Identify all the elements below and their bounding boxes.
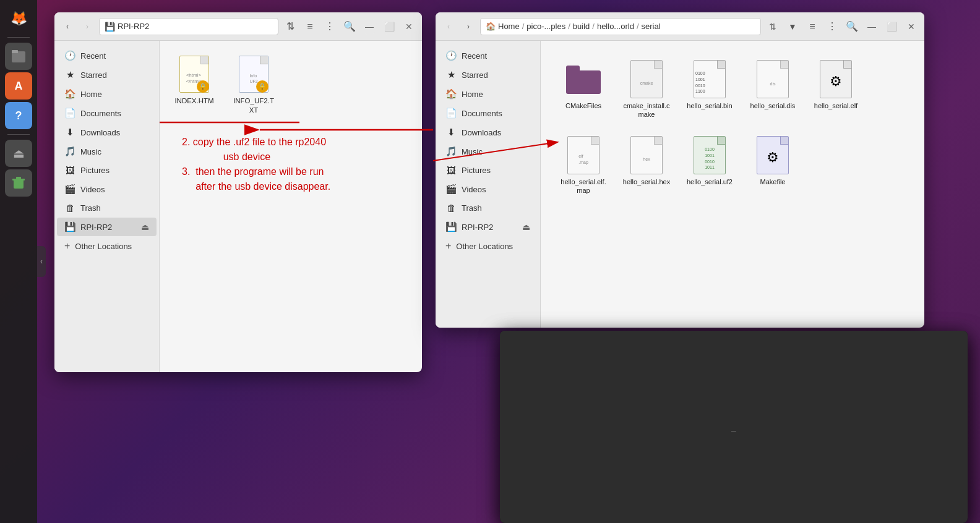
file-name-serial-bin: hello_serial.bin <box>687 101 732 110</box>
file-cmake-install[interactable]: cmake cmake_install.cmake <box>619 56 674 124</box>
fm2-menu-button[interactable]: ⋮ <box>824 19 840 35</box>
files-icon[interactable] <box>5 43 32 70</box>
fm2-pictures-icon: 🖼 <box>445 165 457 176</box>
file-serial-bin[interactable]: 0100100100101100 hello_serial.bin <box>682 56 737 124</box>
fm1-menu-button[interactable]: ⋮ <box>322 19 338 35</box>
fm2-sidebar-label-recent: Recent <box>462 51 487 61</box>
fm2-documents-icon: 📄 <box>445 108 457 119</box>
sidebar-item-other[interactable]: + Other Locations <box>57 237 157 255</box>
sidebar-label-downloads: Downloads <box>80 128 120 137</box>
sidebar-label-trash: Trash <box>80 203 101 213</box>
fm2-sidebar-music[interactable]: 🎵 Music <box>438 142 538 161</box>
bc-pico: pico-...ples <box>527 22 565 31</box>
appstore-icon[interactable]: A <box>5 72 32 100</box>
fm1-close-button[interactable]: ✕ <box>401 19 417 35</box>
fm1-main: <html></html> 🔒 INDEX.HTM InfoUF2 <box>160 41 422 372</box>
fm2-sidebar: 🕐 Recent ★ Starred 🏠 Home 📄 Documents ⬇ … <box>436 41 541 328</box>
sidebar-label-videos: Videos <box>80 185 105 194</box>
help-icon[interactable]: ? <box>5 102 32 129</box>
fm2-eject-icon[interactable]: ⏏ <box>522 222 530 232</box>
fm2-sidebar-trash[interactable]: 🗑 Trash <box>438 199 538 217</box>
fm2-sidebar-documents[interactable]: 📄 Documents <box>438 104 538 122</box>
file-name-serial-uf2: hello_serial.uf2 <box>687 177 733 186</box>
fm2-sidebar-label-home: Home <box>462 90 483 99</box>
fm2-sidebar-starred[interactable]: ★ Starred <box>438 66 538 84</box>
file-serial-elfmap[interactable]: elf.map hello_serial.elf.map <box>556 132 611 200</box>
sidebar-item-home[interactable]: 🏠 Home <box>57 85 157 103</box>
sidebar-toggle[interactable]: ‹ <box>37 246 46 277</box>
trash-taskbar-icon[interactable] <box>5 169 32 197</box>
bc-build: build <box>573 22 590 31</box>
fm1-path-bar[interactable]: 💾 RPI-RP2 <box>99 18 278 35</box>
file-serial-elf[interactable]: ⚙ hello_serial.elf <box>808 56 864 124</box>
fm2-close-button[interactable]: ✕ <box>903 19 919 35</box>
fm2-search-button[interactable]: 🔍 <box>844 19 860 35</box>
sidebar-item-recent[interactable]: 🕐 Recent <box>57 46 157 65</box>
file-name-serial-elfmap: hello_serial.elf.map <box>558 177 609 195</box>
fm2-forward-button[interactable]: › <box>460 19 476 35</box>
serial-elf-icon: ⚙ <box>817 61 854 98</box>
info-uf2-icon: InfoUF2 🔒 <box>238 54 270 94</box>
fm2-back-button[interactable]: ‹ <box>441 19 457 35</box>
sidebar-item-starred[interactable]: ★ Starred <box>57 66 157 84</box>
fm2-sidebar-other[interactable]: + Other Locations <box>438 237 538 255</box>
eject-icon[interactable]: ⏏ <box>141 222 149 232</box>
sidebar-item-rpi[interactable]: 💾 RPI-RP2 ⏏ <box>57 218 157 236</box>
fm2-starred-icon: ★ <box>445 69 457 80</box>
red-arrow-1 <box>160 91 306 153</box>
fm2-sort-button[interactable]: ⇅ <box>765 19 781 35</box>
music-icon: 🎵 <box>64 146 75 157</box>
sidebar-label-recent: Recent <box>80 51 106 61</box>
terminal-taskbar-icon[interactable]: _ <box>500 331 968 523</box>
sidebar-item-documents[interactable]: 📄 Documents <box>57 104 157 122</box>
fm2-sidebar-home[interactable]: 🏠 Home <box>438 85 538 103</box>
sidebar-label-music: Music <box>80 147 101 156</box>
fm2-minimize-button[interactable]: — <box>864 19 880 35</box>
fm2-sidebar-pictures[interactable]: 🖼 Pictures <box>438 161 538 179</box>
file-name-makefile: Makefile <box>760 177 786 186</box>
bc-serial: serial <box>642 22 661 31</box>
fm2-sidebar-videos[interactable]: 🎬 Videos <box>438 180 538 198</box>
file-serial-dis[interactable]: dis hello_serial.dis <box>745 56 801 124</box>
fm1-sort-button[interactable]: ⇅ <box>282 19 298 35</box>
file-name-serial-hex: hello_serial.hex <box>623 177 670 186</box>
file-serial-hex[interactable]: hex hello_serial.hex <box>619 132 674 200</box>
fm1-view-toggle[interactable]: ≡ <box>302 19 318 35</box>
fm1-back-button[interactable]: ‹ <box>59 19 75 35</box>
sidebar-item-downloads[interactable]: ⬇ Downloads <box>57 123 157 142</box>
fm2-home-icon: 🏠 <box>445 88 457 100</box>
usb-icon[interactable]: ⏏ <box>5 140 32 167</box>
fm2-sidebar-label-rpi: RPI-RP2 <box>462 223 493 232</box>
other-locations-icon: + <box>64 240 70 252</box>
file-cmake-files[interactable]: CMakeFiles <box>556 56 611 124</box>
fm2-sidebar-downloads[interactable]: ⬇ Downloads <box>438 123 538 142</box>
sidebar-item-trash[interactable]: 🗑 Trash <box>57 199 157 217</box>
fm1-search-button[interactable]: 🔍 <box>342 19 358 35</box>
file-name-serial-dis: hello_serial.dis <box>750 101 796 110</box>
fm1-minimize-button[interactable]: — <box>361 19 377 35</box>
fm2-path-bar[interactable]: 🏠 Home / pico-...ples / build / hello...… <box>480 18 761 35</box>
cmake-files-icon <box>565 61 602 98</box>
fm2-sidebar-rpi[interactable]: 💾 RPI-RP2 ⏏ <box>438 218 538 236</box>
firefox-icon[interactable]: 🦊 <box>5 5 32 32</box>
file-makefile[interactable]: ⚙ Makefile <box>745 132 801 200</box>
fm2-maximize-button[interactable]: ⬜ <box>883 19 900 35</box>
fm2-sidebar-recent[interactable]: 🕐 Recent <box>438 46 538 65</box>
fm2-layout-button[interactable]: ≡ <box>804 19 820 35</box>
sidebar-label-starred: Starred <box>80 70 107 80</box>
file-serial-uf2[interactable]: 0100100100101011 hello_serial.uf2 <box>682 132 737 200</box>
fm2-other-icon: + <box>445 240 451 252</box>
sidebar-item-music[interactable]: 🎵 Music <box>57 142 157 161</box>
sidebar-item-pictures[interactable]: 🖼 Pictures <box>57 161 157 179</box>
fm2-sidebar-label-music: Music <box>462 147 483 156</box>
serial-hex-icon: hex <box>628 137 665 174</box>
fm2-music-icon: 🎵 <box>445 146 457 157</box>
taskbar-divider <box>7 37 30 38</box>
sidebar-item-videos[interactable]: 🎬 Videos <box>57 180 157 198</box>
fm1-maximize-button[interactable]: ⬜ <box>381 19 397 35</box>
fm2-files-grid: CMakeFiles cmake cmake_install.cmake <box>551 51 914 205</box>
serial-bin-icon: 0100100100101100 <box>691 61 728 98</box>
cmake-install-icon: cmake <box>628 61 665 98</box>
fm1-forward-button[interactable]: › <box>79 19 95 35</box>
fm2-view-button[interactable]: ▼ <box>784 19 801 35</box>
